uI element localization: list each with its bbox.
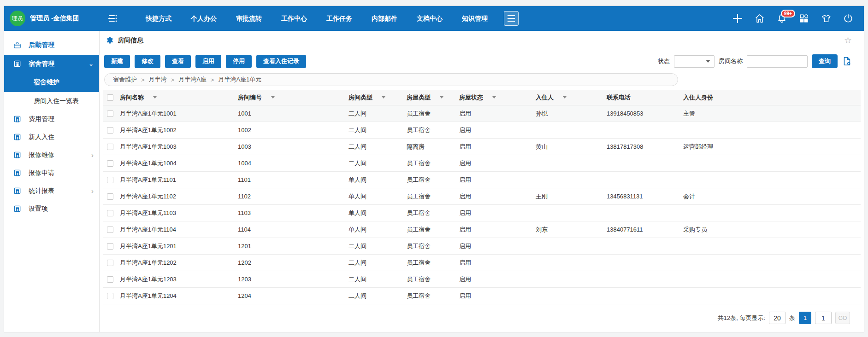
collapse-menu-icon[interactable] — [105, 11, 120, 26]
toolbar: 新建 修改 查看 启用 停用 查看入住记录 状态 房间名称 查询 — [100, 50, 864, 72]
row-checkbox[interactable] — [107, 227, 113, 233]
table-row[interactable]: 月半湾A座1单元1101 1101 单人间 员工宿舍 启用 — [103, 172, 861, 188]
sidebar-item-statistics-reports[interactable]: 统计报表 › — [4, 182, 99, 200]
row-checkbox[interactable] — [107, 276, 113, 283]
home-icon[interactable] — [754, 13, 765, 24]
select-all-checkbox[interactable] — [107, 94, 113, 101]
table-row[interactable]: 月半湾A座1单元1104 1104 单人间 员工宿舍 启用 刘东 1384077… — [103, 221, 861, 238]
more-menus-button[interactable] — [504, 11, 519, 26]
breadcrumb-item[interactable]: 宿舍维护 — [113, 76, 137, 84]
row-checkbox[interactable] — [107, 177, 113, 183]
table-row[interactable]: 月半湾A座1单元1202 1202 二人间 员工宿舍 启用 — [103, 255, 861, 271]
sidebar-item-repair-maintenance[interactable]: 报修维修 › — [4, 146, 99, 164]
disable-button[interactable]: 停用 — [226, 55, 252, 68]
table-row[interactable]: 月半湾A座1单元1203 1203 二人间 员工宿舍 启用 — [103, 271, 861, 288]
filter-caret-icon[interactable] — [153, 96, 157, 99]
row-checkbox[interactable] — [107, 110, 113, 117]
sidebar-item-new-resident[interactable]: 新人入住 — [4, 128, 99, 146]
table-row[interactable]: 月半湾A座1单元1201 1201 二人间 员工宿舍 启用 — [103, 238, 861, 255]
breadcrumb-item[interactable]: 月半湾 — [149, 76, 167, 84]
sidebar-item-room-occupancy-list[interactable]: 房间入住一览表 — [4, 92, 99, 110]
sidebar-item-dormitory-maintenance[interactable]: 宿舍维护 — [4, 73, 99, 92]
nav-item-knowledge[interactable]: 知识管理 — [452, 6, 497, 31]
cell-occupant-identity — [683, 255, 861, 271]
theme-shirt-icon[interactable] — [821, 13, 832, 24]
avatar[interactable]: 理员 — [10, 11, 25, 26]
filter-caret-icon[interactable] — [563, 96, 567, 99]
cell-occupant — [536, 255, 607, 271]
nav-item-shortcuts[interactable]: 快捷方式 — [136, 6, 181, 31]
row-checkbox[interactable] — [107, 260, 113, 266]
table-row[interactable]: 月半湾A座1单元1004 1004 二人间 员工宿舍 启用 — [103, 155, 861, 172]
sidebar-item-label: 宿舍管理 — [29, 60, 54, 68]
cell-house-status: 启用 — [459, 155, 536, 172]
filter-caret-icon[interactable] — [382, 96, 385, 99]
user-cluster[interactable]: 理员 管理员 -金信集团 — [4, 11, 105, 26]
select-caret-icon — [706, 60, 710, 63]
breadcrumb-separator: > — [141, 76, 145, 83]
query-button[interactable]: 查询 — [812, 54, 838, 68]
nav-item-work-center[interactable]: 工作中心 — [272, 6, 317, 31]
status-select[interactable] — [674, 55, 714, 68]
filter-caret-icon[interactable] — [271, 96, 275, 99]
cell-house-type: 员工宿舍 — [407, 205, 459, 221]
table-row[interactable]: 月半湾A座1单元1103 1103 单人间 员工宿舍 启用 — [103, 205, 861, 221]
cell-phone: 13840771611 — [607, 221, 683, 238]
apps-grid-icon[interactable] — [798, 13, 809, 24]
sidebar-item-fee-management[interactable]: 费用管理 — [4, 110, 99, 128]
cell-room-type: 二人间 — [348, 271, 407, 288]
sidebar-item-repair-request[interactable]: 报修申请 — [4, 164, 99, 182]
row-checkbox[interactable] — [107, 243, 113, 250]
nav-item-approval-flow[interactable]: 审批流转 — [226, 6, 272, 31]
breadcrumb-item[interactable]: 月半湾A座 — [178, 76, 207, 84]
breadcrumb-item[interactable]: 月半湾A座1单元 — [218, 76, 261, 84]
row-checkbox[interactable] — [107, 193, 113, 200]
topbar: 理员 管理员 -金信集团 快捷方式 个人办公 审批流转 工作中心 工作任务 内部… — [4, 6, 864, 31]
current-page-button[interactable]: 1 — [799, 312, 811, 324]
view-button[interactable]: 查看 — [165, 55, 191, 68]
table-row[interactable]: 月半湾A座1单元1002 1002 二人间 员工宿舍 启用 — [103, 122, 861, 139]
add-icon[interactable] — [732, 13, 743, 24]
user-name: 管理员 -金信集团 — [30, 14, 79, 23]
breadcrumb-separator: > — [211, 76, 214, 83]
edit-button[interactable]: 修改 — [135, 55, 160, 68]
sidebar-item-label: 房间入住一览表 — [34, 97, 79, 105]
filter-caret-icon[interactable] — [440, 96, 443, 99]
sidebar-item-settings[interactable]: 设置项 — [4, 200, 99, 218]
cell-occupant-identity: 主管 — [683, 105, 861, 122]
page-size-input[interactable] — [769, 312, 785, 324]
row-checkbox[interactable] — [107, 144, 113, 150]
table-row[interactable]: 月半湾A座1单元1003 1003 二人间 隔离房 启用 黄山 13817817… — [103, 139, 861, 155]
row-checkbox[interactable] — [107, 127, 113, 134]
goto-page-input[interactable] — [815, 312, 832, 324]
table-header-row: 房间名称 房间编号 房间类型 房屋类型 房屋状态 入住人 联系电话 入住人身份 — [103, 90, 861, 105]
filter-caret-icon[interactable] — [492, 96, 496, 99]
row-checkbox[interactable] — [107, 210, 113, 216]
notifications-icon[interactable]: 99+ — [776, 13, 787, 24]
nav-item-document-center[interactable]: 文档中心 — [407, 6, 452, 31]
sidebar-item-label: 后勤管理 — [29, 41, 54, 49]
col-header-phone: 联系电话 — [607, 90, 683, 105]
nav-item-personal-office[interactable]: 个人办公 — [181, 6, 226, 31]
room-name-input[interactable] — [747, 55, 808, 68]
nav-item-internal-mail[interactable]: 内部邮件 — [362, 6, 407, 31]
sidebar-item-logistics[interactable]: 后勤管理 — [4, 35, 99, 55]
export-report-icon[interactable] — [842, 56, 852, 66]
logout-power-icon[interactable] — [843, 13, 854, 24]
sidebar-item-dormitory-management[interactable]: 宿舍管理 ⌄ — [4, 55, 99, 73]
favorite-star-icon[interactable]: ☆ — [844, 35, 852, 46]
breadcrumb: 宿舍维护> 月半湾> 月半湾A座> 月半湾A座1单元 — [104, 73, 678, 86]
cell-room-name: 月半湾A座1单元1001 — [120, 105, 238, 122]
go-button[interactable]: GO — [835, 312, 850, 324]
row-checkbox[interactable] — [107, 160, 113, 167]
table-row[interactable]: 月半湾A座1单元1204 1204 二人间 员工宿舍 启用 — [103, 288, 861, 304]
view-occupancy-records-button[interactable]: 查看入住记录 — [256, 55, 306, 68]
nav-item-work-tasks[interactable]: 工作任务 — [317, 6, 362, 31]
enable-button[interactable]: 启用 — [195, 55, 221, 68]
row-checkbox[interactable] — [107, 293, 113, 299]
table-row[interactable]: 月半湾A座1单元1001 1001 二人间 员工宿舍 启用 孙悦 1391845… — [103, 105, 861, 122]
cell-room-number: 1201 — [238, 238, 348, 255]
create-button[interactable]: 新建 — [104, 55, 130, 68]
cell-room-type: 二人间 — [348, 122, 407, 139]
table-row[interactable]: 月半湾A座1单元1102 1102 单人间 员工宿舍 启用 王刚 1345683… — [103, 188, 861, 205]
